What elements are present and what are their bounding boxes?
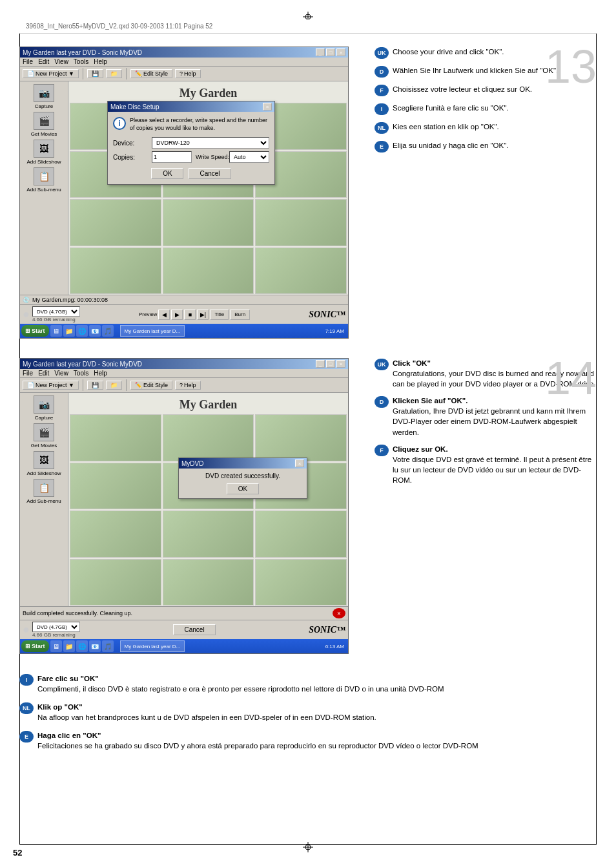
- toolbar-save-14[interactable]: 💾: [87, 381, 103, 390]
- toolbar-sep-13: [83, 68, 83, 79]
- preview-controls-13: Preview ◀ ▶ ■ ▶| Title Burn: [139, 310, 250, 320]
- win-minimize-btn-14[interactable]: _: [316, 360, 325, 368]
- menu-btn-13[interactable]: Title: [210, 310, 229, 320]
- dialog-cancel-btn-13[interactable]: Cancel: [189, 168, 231, 179]
- capture-icon-13: 📷: [34, 84, 54, 102]
- sidebar-submenu-14[interactable]: 📋 Add Sub-menu: [23, 479, 65, 504]
- bottom-instr-e-14: E Haga clic en "OK" Felicitaciones se ha…: [19, 730, 597, 751]
- taskbar-icon4-13[interactable]: 📧: [89, 325, 101, 337]
- taskbar-start-13[interactable]: ⊞ Start: [21, 325, 49, 337]
- dvd-dialog-title-14: MyDVD: [181, 460, 203, 467]
- info-icon-13: i: [113, 117, 126, 130]
- instr-main-uk-14: Click "OK": [393, 359, 431, 367]
- win-minimize-btn-13[interactable]: _: [316, 48, 325, 56]
- instr-detail-i-bottom-14: Complimenti, il disco DVD è stato regist…: [37, 685, 444, 693]
- taskbar-icon3-14[interactable]: 🌐: [76, 640, 88, 652]
- edit-style-icon-14: ✏️: [135, 382, 142, 388]
- instr-text-i-bottom-14: Fare clic su "OK" Complimenti, il disco …: [37, 673, 444, 694]
- taskbar-icon2-13[interactable]: 📁: [63, 325, 75, 337]
- taskbar-icon1-13[interactable]: 🖥: [50, 325, 62, 337]
- instr-detail-f-14: Votre disque DVD est gravé et terminé. I…: [393, 456, 591, 484]
- sidebar-getmovies-14[interactable]: 🎬 Get Movies: [23, 423, 65, 448]
- win-maximize-btn-14[interactable]: □: [326, 360, 335, 368]
- getmovies-icon-13: 🎬: [34, 112, 54, 130]
- ctrl-stop-13[interactable]: ■: [184, 310, 196, 320]
- taskbar-window-13[interactable]: My Garden last year D...: [120, 325, 185, 337]
- menu-help-13[interactable]: Help: [94, 58, 107, 65]
- toolbar-help-13[interactable]: ? Help: [175, 69, 201, 78]
- dialog-titlebar-13: Make Disc Setup ×: [108, 101, 274, 112]
- dvd-dialog-close-14[interactable]: ×: [295, 459, 304, 467]
- form-device-select-13[interactable]: DVDRW-120: [152, 137, 269, 149]
- badge-e-bottom-14: E: [19, 731, 34, 743]
- section-13: My Garden last year DVD - Sonic MyDVD _ …: [19, 47, 597, 339]
- menu-file-13[interactable]: File: [23, 58, 33, 65]
- menu-view-13[interactable]: View: [54, 58, 68, 65]
- win-bottom-info-14: Build completed successfully. Cleaning u…: [20, 606, 348, 620]
- win-app-13: My Garden last year DVD - Sonic MyDVD _ …: [19, 47, 349, 339]
- sidebar-slideshow-14[interactable]: 🖼 Add Slideshow: [23, 451, 65, 476]
- dialog-info-text-13: Please select a recorder, write speed an…: [130, 117, 269, 132]
- menu-help-14[interactable]: Help: [94, 370, 107, 377]
- taskbar-icon5-13[interactable]: 🎵: [102, 325, 114, 337]
- toolbar-new-13[interactable]: 📄 New Project ▼: [23, 69, 79, 78]
- taskbar-window-14[interactable]: My Garden last year D...: [120, 640, 185, 652]
- menu-edit-13[interactable]: Edit: [38, 58, 49, 65]
- build-cancel-icon-14[interactable]: ×: [333, 608, 345, 618]
- win-close-btn-13[interactable]: ×: [336, 48, 345, 56]
- dialog-close-btn-13[interactable]: ×: [263, 103, 272, 111]
- disc-type-select-14[interactable]: DVD (4.7GB): [32, 622, 80, 632]
- dialog-make-disc-13: Make Disc Setup × i Please select a reco…: [107, 101, 275, 185]
- sonic-logo-14: SONIC™: [309, 625, 345, 635]
- sidebar-capture-14[interactable]: 📷 Capture: [23, 395, 65, 421]
- win-sidebar-14: 📷 Capture 🎬 Get Movies 🖼 Add Slideshow: [20, 393, 68, 606]
- win-close-btn-14[interactable]: ×: [336, 360, 345, 368]
- instr-e-13: E Elija su unidad y haga clic en "OK".: [375, 140, 597, 153]
- badge-uk-14: UK: [375, 359, 389, 370]
- instr-nl-13: NL Kies een station en klik op "OK".: [375, 121, 597, 134]
- dvd-dialog-content-14: DVD created successfully. OK: [179, 469, 307, 498]
- ctrl-next-13[interactable]: ▶|: [197, 310, 209, 320]
- toolbar-edit-style-13[interactable]: ✏️ Edit Style: [130, 69, 172, 78]
- win-maximize-btn-13[interactable]: □: [326, 48, 335, 56]
- toolbar-edit-style-14[interactable]: ✏️ Edit Style: [130, 381, 172, 390]
- dvd-ok-btn-14[interactable]: OK: [227, 483, 259, 494]
- start-icon-14: ⊞: [25, 643, 30, 649]
- toolbar-help-14[interactable]: ? Help: [175, 381, 201, 390]
- dialog-ok-btn-13[interactable]: OK: [151, 168, 183, 179]
- taskbar-icon1-14[interactable]: 🖥: [50, 640, 62, 652]
- cancel-btn-14[interactable]: Cancel: [173, 624, 215, 635]
- menu-tools-14[interactable]: Tools: [74, 370, 88, 377]
- disc-selector-13: ● DVD (4.7GB) 4.66 GB remaining: [23, 306, 80, 322]
- ctrl-play-13[interactable]: ▶: [171, 310, 183, 320]
- form-copies-label-13: Copies:: [113, 154, 152, 161]
- disc-remaining-14: 4.66 GB remaining: [32, 632, 80, 638]
- taskbar-icon2-14[interactable]: 📁: [63, 640, 75, 652]
- disc-type-select-13[interactable]: DVD (4.7GB): [32, 306, 80, 317]
- burn-btn-13[interactable]: Burn: [230, 310, 250, 320]
- disc-remaining-13: 4.66 GB remaining: [32, 317, 80, 322]
- menu-edit-14[interactable]: Edit: [38, 370, 49, 377]
- toolbar-open-13[interactable]: 📁: [106, 69, 122, 78]
- taskbar-start-14[interactable]: ⊞ Start: [21, 640, 49, 652]
- getmovies-icon-14: 🎬: [34, 423, 54, 441]
- taskbar-icon4-14[interactable]: 📧: [89, 640, 101, 652]
- sidebar-submenu-13[interactable]: 📋 Add Sub-menu: [23, 167, 65, 193]
- menu-file-14[interactable]: File: [23, 370, 33, 377]
- instr-detail-d-14: Gratulation, Ihre DVD ist jetzt gebrannt…: [393, 407, 586, 436]
- taskbar-icon5-14[interactable]: 🎵: [102, 640, 114, 652]
- sidebar-slideshow-13[interactable]: 🖼 Add Slideshow: [23, 140, 65, 165]
- disc-info-13: DVD (4.7GB) 4.66 GB remaining: [32, 306, 80, 322]
- toolbar-new-14[interactable]: 📄 New Project ▼: [23, 381, 79, 390]
- menu-tools-13[interactable]: Tools: [74, 58, 88, 65]
- sidebar-capture-13[interactable]: 📷 Capture: [23, 84, 65, 109]
- form-copies-input-13[interactable]: [152, 151, 192, 163]
- toolbar-open-14[interactable]: 📁: [106, 381, 122, 390]
- taskbar-icon3-13[interactable]: 🌐: [76, 325, 88, 337]
- sidebar-getmovies-13[interactable]: 🎬 Get Movies: [23, 112, 65, 137]
- win-app-14: My Garden last year DVD - Sonic MyDVD _ …: [19, 358, 349, 654]
- ctrl-prev-13[interactable]: ◀: [158, 310, 170, 320]
- toolbar-save-13[interactable]: 💾: [87, 69, 103, 78]
- menu-view-14[interactable]: View: [54, 370, 68, 377]
- form-write-speed-select-13[interactable]: Auto: [229, 151, 269, 163]
